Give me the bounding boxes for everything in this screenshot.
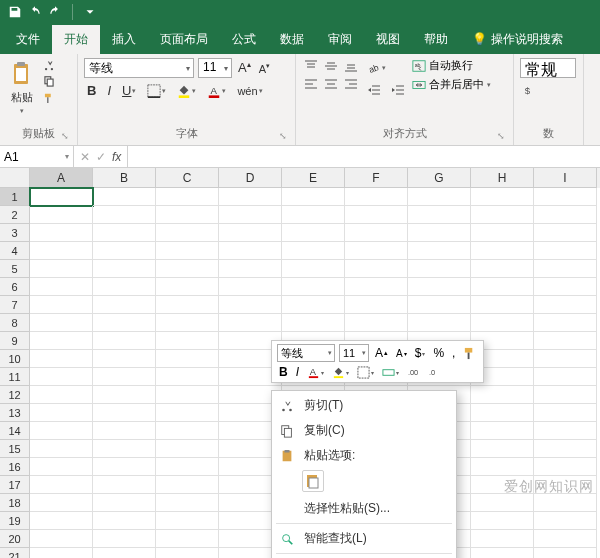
cell[interactable]	[534, 224, 597, 242]
cell[interactable]	[471, 242, 534, 260]
cell[interactable]	[219, 278, 282, 296]
mini-currency-icon[interactable]: $▾	[413, 346, 428, 360]
cell[interactable]	[282, 224, 345, 242]
tab-formulas[interactable]: 公式	[220, 25, 268, 54]
align-bottom-icon[interactable]	[342, 58, 360, 74]
cell[interactable]	[534, 314, 597, 332]
column-header[interactable]: I	[534, 168, 597, 188]
cell[interactable]	[93, 458, 156, 476]
mini-bold-button[interactable]: B	[277, 365, 290, 379]
clipboard-launcher-icon[interactable]: ⤡	[61, 131, 69, 141]
cell[interactable]	[93, 476, 156, 494]
cell[interactable]	[471, 224, 534, 242]
column-header[interactable]: G	[408, 168, 471, 188]
cell[interactable]	[471, 386, 534, 404]
cell[interactable]	[471, 278, 534, 296]
cell[interactable]	[471, 422, 534, 440]
format-painter-icon[interactable]	[42, 92, 56, 106]
border-button[interactable]: ▾	[144, 83, 169, 99]
tab-layout[interactable]: 页面布局	[148, 25, 220, 54]
align-center-icon[interactable]	[322, 76, 340, 92]
cell[interactable]	[93, 368, 156, 386]
cell[interactable]	[534, 260, 597, 278]
cell[interactable]	[534, 206, 597, 224]
cell[interactable]	[534, 512, 597, 530]
spreadsheet-grid[interactable]: ABCDEFGHI 123456789101112131415161718192…	[0, 168, 600, 558]
tab-view[interactable]: 视图	[364, 25, 412, 54]
cell[interactable]	[408, 206, 471, 224]
cell[interactable]	[534, 386, 597, 404]
mini-decrease-font-icon[interactable]: A▾	[394, 348, 409, 359]
cell[interactable]	[534, 422, 597, 440]
cell[interactable]	[282, 242, 345, 260]
row-header[interactable]: 10	[0, 350, 30, 368]
cell[interactable]	[93, 314, 156, 332]
cell[interactable]	[93, 494, 156, 512]
merge-center-button[interactable]: 合并后居中▾	[412, 77, 491, 92]
row-header[interactable]: 17	[0, 476, 30, 494]
bold-button[interactable]: B	[84, 82, 99, 99]
cell[interactable]	[93, 422, 156, 440]
column-header[interactable]: H	[471, 168, 534, 188]
cell[interactable]	[282, 188, 345, 206]
undo-icon[interactable]	[28, 5, 42, 19]
cell[interactable]	[93, 350, 156, 368]
mini-format-painter-icon[interactable]	[461, 347, 478, 360]
cell[interactable]	[534, 530, 597, 548]
ctx-paste-default[interactable]	[302, 470, 324, 492]
cell[interactable]	[219, 296, 282, 314]
cell[interactable]	[156, 224, 219, 242]
mini-fill-color-icon[interactable]: ▾	[330, 366, 351, 379]
cell[interactable]	[30, 188, 93, 206]
tab-home[interactable]: 开始	[52, 25, 100, 54]
cell[interactable]	[156, 332, 219, 350]
cell[interactable]	[30, 368, 93, 386]
row-header[interactable]: 20	[0, 530, 30, 548]
cell[interactable]	[93, 332, 156, 350]
mini-increase-font-icon[interactable]: A▴	[373, 346, 390, 360]
cell[interactable]	[30, 332, 93, 350]
cell[interactable]	[471, 260, 534, 278]
mini-border-icon[interactable]: ▾	[355, 366, 376, 379]
cell[interactable]	[30, 314, 93, 332]
cell[interactable]	[93, 530, 156, 548]
cell[interactable]	[534, 368, 597, 386]
font-name-select[interactable]: 等线▾	[84, 58, 194, 78]
cell[interactable]	[30, 422, 93, 440]
cell[interactable]	[30, 386, 93, 404]
align-left-icon[interactable]	[302, 76, 320, 92]
name-box[interactable]: A1▾	[0, 146, 74, 167]
font-launcher-icon[interactable]: ⤡	[279, 131, 287, 141]
cell[interactable]	[93, 386, 156, 404]
cell[interactable]	[93, 242, 156, 260]
row-header[interactable]: 4	[0, 242, 30, 260]
increase-font-icon[interactable]: A▴	[236, 60, 253, 75]
tab-file[interactable]: 文件	[4, 25, 52, 54]
cell[interactable]	[30, 206, 93, 224]
cell[interactable]	[534, 458, 597, 476]
cancel-fx-icon[interactable]: ✕	[80, 150, 90, 164]
cell[interactable]	[93, 404, 156, 422]
redo-icon[interactable]	[48, 5, 62, 19]
cell[interactable]	[219, 314, 282, 332]
column-header[interactable]: E	[282, 168, 345, 188]
select-all-corner[interactable]	[0, 168, 30, 188]
tab-data[interactable]: 数据	[268, 25, 316, 54]
cell[interactable]	[345, 296, 408, 314]
cell[interactable]	[534, 548, 597, 558]
number-format-select[interactable]: 常规	[520, 58, 576, 78]
ctx-smart-lookup[interactable]: 智能查找(L)	[272, 526, 456, 551]
column-header[interactable]: F	[345, 168, 408, 188]
cell[interactable]	[156, 422, 219, 440]
cell[interactable]	[534, 242, 597, 260]
row-header[interactable]: 2	[0, 206, 30, 224]
cell[interactable]	[156, 368, 219, 386]
cell[interactable]	[30, 494, 93, 512]
cell[interactable]	[471, 512, 534, 530]
copy-icon[interactable]	[42, 75, 56, 89]
cell[interactable]	[156, 314, 219, 332]
wrap-text-button[interactable]: ab自动换行	[412, 58, 491, 73]
tab-tellme[interactable]: 💡操作说明搜索	[460, 25, 575, 54]
cell[interactable]	[156, 476, 219, 494]
cell[interactable]	[471, 494, 534, 512]
